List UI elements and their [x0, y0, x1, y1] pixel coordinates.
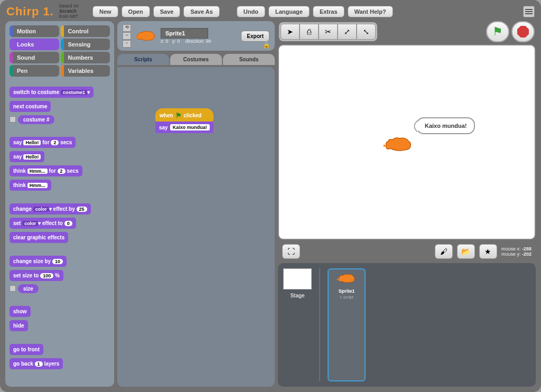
- divider: [319, 268, 320, 381]
- right-panel: ➤ ⎙ ✂ ⤢ ⤡ ⚑ Kaixo mundua! ⛶ 🖌 📂 ★: [278, 21, 536, 387]
- category-pen[interactable]: Pen: [10, 65, 59, 77]
- stage-thumbnail[interactable]: Stage: [283, 268, 312, 381]
- sprite-info-bar: ⟲ ↔ ▫ x: 0 y: 0 direction: 90 Export 🔒: [117, 21, 275, 51]
- rotate-free-button[interactable]: ⟲: [123, 24, 131, 32]
- open-button[interactable]: Open: [122, 6, 150, 17]
- block-say[interactable]: say Hello!: [10, 151, 44, 162]
- rotate-none-button[interactable]: ▫: [123, 40, 131, 48]
- export-button[interactable]: Export: [241, 31, 269, 42]
- editor-tabs: Scripts Costumes Sounds: [117, 54, 275, 65]
- save-button[interactable]: Save: [153, 6, 181, 17]
- category-numbers[interactable]: Numbers: [61, 52, 110, 63]
- block-change-size[interactable]: change size by 10: [10, 256, 67, 267]
- mouse-coords: mouse x: -288 mouse y: -202: [501, 246, 531, 257]
- category-sound[interactable]: Sound: [10, 52, 59, 63]
- save-as-button[interactable]: Save As: [183, 6, 219, 17]
- category-sensing[interactable]: Sensing: [61, 39, 110, 50]
- tool-grow[interactable]: ⤢: [338, 24, 357, 40]
- scripts-area[interactable]: when ⚑ clicked say Kaixo mundua!: [117, 67, 275, 387]
- new-button[interactable]: New: [92, 6, 118, 17]
- category-control[interactable]: Control: [61, 25, 110, 37]
- stage-sprite[interactable]: [384, 135, 413, 153]
- help-button[interactable]: Want Help?: [348, 6, 393, 17]
- block-size[interactable]: size: [10, 283, 110, 295]
- extras-button[interactable]: Extras: [313, 6, 344, 17]
- tool-shrink[interactable]: ⤡: [357, 24, 376, 40]
- sprite-card-scripts: 1 script: [332, 295, 361, 300]
- paint-sprite-button[interactable]: 🖌: [435, 244, 453, 259]
- hat-when-flag-clicked[interactable]: when ⚑ clicked: [155, 108, 213, 122]
- undo-button[interactable]: Undo: [237, 6, 265, 17]
- speech-bubble: Kaixo mundua!: [416, 117, 475, 134]
- block-costume-num[interactable]: costume #: [10, 114, 110, 126]
- block-clear-effects[interactable]: clear graphic effects: [10, 232, 68, 243]
- block-palette: Motion Control Looks Sensing Sound Numbe…: [5, 21, 114, 387]
- top-toolbar: Chirp 1. based on Scratch from MIT New O…: [2, 2, 539, 21]
- language-button[interactable]: Language: [268, 6, 310, 17]
- import-sprite-button[interactable]: 📂: [457, 244, 475, 259]
- stop-icon: [517, 26, 529, 38]
- green-flag-button[interactable]: ⚑: [486, 21, 509, 42]
- stage[interactable]: Kaixo mundua!: [278, 44, 536, 240]
- green-flag-icon: ⚑: [175, 111, 182, 119]
- block-show[interactable]: show: [10, 306, 31, 317]
- category-variables[interactable]: Variables: [61, 65, 110, 77]
- stop-button[interactable]: [511, 21, 535, 42]
- block-set-size[interactable]: set size to 100 %: [10, 270, 63, 281]
- rotate-flip-button[interactable]: ↔: [123, 32, 131, 40]
- block-switch-costume[interactable]: switch to costume costume1▾: [10, 87, 94, 98]
- block-go-front[interactable]: go to front: [10, 344, 43, 355]
- sprite-name-input[interactable]: [161, 28, 208, 39]
- tab-scripts[interactable]: Scripts: [117, 54, 169, 65]
- block-think[interactable]: think Hmm...: [10, 180, 51, 191]
- sprite-list-panel: Stage Sprite1 1 script: [278, 263, 536, 387]
- block-say-in-script[interactable]: say Kaixo mundua!: [155, 122, 213, 133]
- presentation-button[interactable]: ⛶: [282, 244, 300, 259]
- app-logo: Chirp 1.: [6, 5, 54, 18]
- sprite-card-icon: [337, 273, 356, 284]
- block-think-for-secs[interactable]: think Hmm... for 2 secs: [10, 165, 82, 176]
- tool-pointer[interactable]: ➤: [281, 24, 300, 40]
- block-go-back[interactable]: go back 1 layers: [10, 358, 63, 369]
- block-next-costume[interactable]: next costume: [10, 101, 51, 112]
- category-motion[interactable]: Motion: [10, 25, 59, 37]
- center-panel: ⟲ ↔ ▫ x: 0 y: 0 direction: 90 Export 🔒: [117, 21, 275, 387]
- sprite-thumbnail: [135, 30, 156, 42]
- category-looks[interactable]: Looks: [10, 39, 59, 50]
- block-list: switch to costume costume1▾ next costume…: [5, 81, 114, 387]
- tool-stamp[interactable]: ⎙: [300, 24, 319, 40]
- lock-icon[interactable]: 🔒: [263, 41, 270, 49]
- tool-cut[interactable]: ✂: [319, 24, 338, 40]
- block-hide[interactable]: hide: [10, 320, 28, 331]
- block-change-effect[interactable]: change color▾ effect by 25: [10, 203, 91, 214]
- sprite-card-name: Sprite1: [332, 288, 361, 294]
- block-set-effect[interactable]: set color▾ effect to 0: [10, 218, 76, 229]
- menu-icon[interactable]: [523, 6, 535, 17]
- sprite-coords: x: 0 y: 0 direction: 90: [161, 39, 211, 44]
- tab-costumes[interactable]: Costumes: [170, 54, 222, 65]
- sprite-card[interactable]: Sprite1 1 script: [328, 268, 366, 381]
- stage-control-bar: ⛶ 🖌 📂 ★ mouse x: -288 mouse y: -202: [278, 242, 536, 261]
- surprise-sprite-button[interactable]: ★: [479, 244, 497, 259]
- script-stack[interactable]: when ⚑ clicked say Kaixo mundua!: [155, 108, 213, 133]
- tab-sounds[interactable]: Sounds: [223, 54, 275, 65]
- category-grid: Motion Control Looks Sensing Sound Numbe…: [5, 21, 114, 81]
- tagline: based on Scratch from MIT: [59, 4, 79, 20]
- block-say-for-secs[interactable]: say Hello! for 2 secs: [10, 137, 76, 148]
- stage-toolbar: ➤ ⎙ ✂ ⤢ ⤡ ⚑: [278, 21, 536, 42]
